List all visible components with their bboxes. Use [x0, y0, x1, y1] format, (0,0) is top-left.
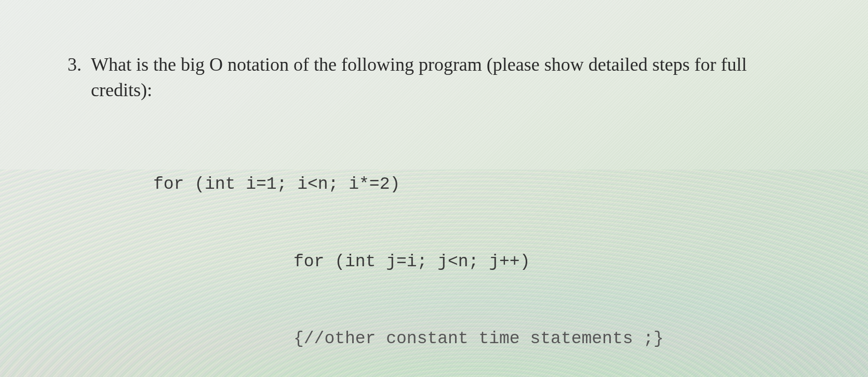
- code-line-2: for (int j=i; j<n; j++): [293, 249, 811, 275]
- code-block: for (int i=1; i<n; i*=2) for (int j=i; j…: [153, 120, 811, 377]
- question-block: 3. What is the big O notation of the fol…: [60, 52, 811, 102]
- question-number: 3.: [60, 52, 82, 77]
- code-line-3: {//other constant time statements ;}: [293, 326, 811, 352]
- code-line-1: for (int i=1; i<n; i*=2): [153, 172, 811, 198]
- question-text: What is the big O notation of the follow…: [91, 52, 811, 102]
- question-content: 3. What is the big O notation of the fol…: [0, 0, 868, 377]
